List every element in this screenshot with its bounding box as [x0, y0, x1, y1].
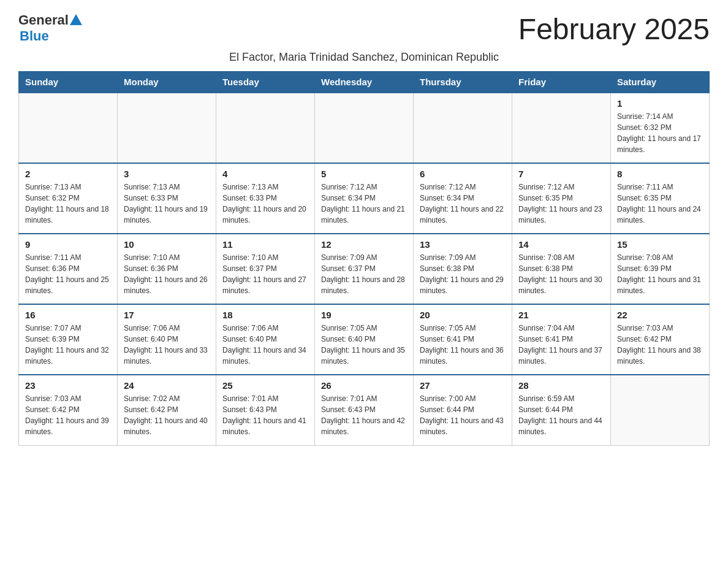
day-cell: [118, 93, 216, 163]
week-row-3: 9Sunrise: 7:11 AM Sunset: 6:36 PM Daylig…: [19, 234, 710, 304]
day-cell: 1Sunrise: 7:14 AM Sunset: 6:32 PM Daylig…: [611, 93, 710, 163]
day-number: 15: [617, 239, 703, 250]
day-cell: 26Sunrise: 7:01 AM Sunset: 6:43 PM Dayli…: [315, 375, 414, 445]
day-cell: [414, 93, 512, 163]
day-cell: [611, 375, 710, 445]
day-number: 23: [25, 380, 111, 391]
weekday-header-sunday: Sunday: [19, 72, 118, 93]
day-cell: 15Sunrise: 7:08 AM Sunset: 6:39 PM Dayli…: [611, 234, 710, 304]
day-number: 28: [518, 380, 604, 391]
day-info: Sunrise: 7:14 AM Sunset: 6:32 PM Dayligh…: [617, 111, 703, 155]
month-title: February 2025: [518, 12, 710, 46]
logo-blue: Blue: [20, 28, 49, 44]
day-number: 7: [518, 169, 604, 179]
day-cell: [315, 93, 414, 163]
day-number: 17: [124, 310, 210, 320]
day-info: Sunrise: 7:04 AM Sunset: 6:41 PM Dayligh…: [518, 323, 604, 367]
logo-triangle-icon: [70, 14, 82, 25]
day-info: Sunrise: 7:06 AM Sunset: 6:40 PM Dayligh…: [124, 323, 210, 367]
day-info: Sunrise: 7:11 AM Sunset: 6:36 PM Dayligh…: [25, 252, 111, 296]
location-subtitle: El Factor, Maria Trinidad Sanchez, Domin…: [18, 51, 710, 64]
day-cell: 20Sunrise: 7:05 AM Sunset: 6:41 PM Dayli…: [414, 304, 512, 375]
day-cell: [19, 93, 118, 163]
day-number: 24: [124, 380, 210, 391]
day-info: Sunrise: 7:01 AM Sunset: 6:43 PM Dayligh…: [222, 393, 308, 437]
day-info: Sunrise: 7:06 AM Sunset: 6:40 PM Dayligh…: [222, 323, 308, 367]
day-cell: 17Sunrise: 7:06 AM Sunset: 6:40 PM Dayli…: [118, 304, 216, 375]
day-info: Sunrise: 7:12 AM Sunset: 6:34 PM Dayligh…: [321, 182, 407, 226]
day-info: Sunrise: 7:02 AM Sunset: 6:42 PM Dayligh…: [124, 393, 210, 437]
day-number: 16: [25, 310, 111, 320]
day-number: 6: [420, 169, 506, 179]
weekday-header-wednesday: Wednesday: [315, 72, 414, 93]
day-cell: [216, 93, 315, 163]
week-row-5: 23Sunrise: 7:03 AM Sunset: 6:42 PM Dayli…: [19, 375, 710, 445]
day-cell: 13Sunrise: 7:09 AM Sunset: 6:38 PM Dayli…: [414, 234, 512, 304]
day-number: 9: [25, 239, 111, 250]
day-info: Sunrise: 7:00 AM Sunset: 6:44 PM Dayligh…: [420, 393, 506, 437]
day-cell: 14Sunrise: 7:08 AM Sunset: 6:38 PM Dayli…: [512, 234, 611, 304]
day-cell: 11Sunrise: 7:10 AM Sunset: 6:37 PM Dayli…: [216, 234, 315, 304]
day-cell: [512, 93, 611, 163]
day-cell: 23Sunrise: 7:03 AM Sunset: 6:42 PM Dayli…: [19, 375, 118, 445]
day-cell: 28Sunrise: 6:59 AM Sunset: 6:44 PM Dayli…: [512, 375, 611, 445]
day-cell: 25Sunrise: 7:01 AM Sunset: 6:43 PM Dayli…: [216, 375, 315, 445]
day-info: Sunrise: 7:03 AM Sunset: 6:42 PM Dayligh…: [617, 323, 703, 367]
day-cell: 8Sunrise: 7:11 AM Sunset: 6:35 PM Daylig…: [611, 163, 710, 234]
day-cell: 6Sunrise: 7:12 AM Sunset: 6:34 PM Daylig…: [414, 163, 512, 234]
weekday-header-row: SundayMondayTuesdayWednesdayThursdayFrid…: [19, 72, 710, 93]
day-cell: 2Sunrise: 7:13 AM Sunset: 6:32 PM Daylig…: [19, 163, 118, 234]
day-info: Sunrise: 7:05 AM Sunset: 6:40 PM Dayligh…: [321, 323, 407, 367]
day-number: 21: [518, 310, 604, 320]
day-number: 11: [222, 239, 308, 250]
day-info: Sunrise: 7:01 AM Sunset: 6:43 PM Dayligh…: [321, 393, 407, 437]
day-cell: 9Sunrise: 7:11 AM Sunset: 6:36 PM Daylig…: [19, 234, 118, 304]
day-number: 27: [420, 380, 506, 391]
day-info: Sunrise: 7:05 AM Sunset: 6:41 PM Dayligh…: [420, 323, 506, 367]
day-info: Sunrise: 7:13 AM Sunset: 6:33 PM Dayligh…: [124, 182, 210, 226]
day-number: 19: [321, 310, 407, 320]
day-cell: 5Sunrise: 7:12 AM Sunset: 6:34 PM Daylig…: [315, 163, 414, 234]
day-number: 2: [25, 169, 111, 179]
day-number: 5: [321, 169, 407, 179]
day-info: Sunrise: 6:59 AM Sunset: 6:44 PM Dayligh…: [518, 393, 604, 437]
day-info: Sunrise: 7:08 AM Sunset: 6:39 PM Dayligh…: [617, 252, 703, 296]
week-row-1: 1Sunrise: 7:14 AM Sunset: 6:32 PM Daylig…: [19, 93, 710, 163]
day-info: Sunrise: 7:09 AM Sunset: 6:38 PM Dayligh…: [420, 252, 506, 296]
page-header: General Blue February 2025: [18, 12, 710, 46]
day-number: 26: [321, 380, 407, 391]
weekday-header-saturday: Saturday: [611, 72, 710, 93]
day-info: Sunrise: 7:10 AM Sunset: 6:37 PM Dayligh…: [222, 252, 308, 296]
day-cell: 18Sunrise: 7:06 AM Sunset: 6:40 PM Dayli…: [216, 304, 315, 375]
weekday-header-thursday: Thursday: [414, 72, 512, 93]
weekday-header-tuesday: Tuesday: [216, 72, 315, 93]
day-info: Sunrise: 7:12 AM Sunset: 6:34 PM Dayligh…: [420, 182, 506, 226]
day-info: Sunrise: 7:13 AM Sunset: 6:33 PM Dayligh…: [222, 182, 308, 226]
day-info: Sunrise: 7:08 AM Sunset: 6:38 PM Dayligh…: [518, 252, 604, 296]
day-cell: 27Sunrise: 7:00 AM Sunset: 6:44 PM Dayli…: [414, 375, 512, 445]
day-number: 10: [124, 239, 210, 250]
day-info: Sunrise: 7:10 AM Sunset: 6:36 PM Dayligh…: [124, 252, 210, 296]
day-number: 20: [420, 310, 506, 320]
logo-general: General: [18, 12, 69, 28]
day-cell: 22Sunrise: 7:03 AM Sunset: 6:42 PM Dayli…: [611, 304, 710, 375]
day-info: Sunrise: 7:07 AM Sunset: 6:39 PM Dayligh…: [25, 323, 111, 367]
calendar-table: SundayMondayTuesdayWednesdayThursdayFrid…: [18, 71, 710, 446]
day-number: 8: [617, 169, 703, 179]
week-row-2: 2Sunrise: 7:13 AM Sunset: 6:32 PM Daylig…: [19, 163, 710, 234]
weekday-header-monday: Monday: [118, 72, 216, 93]
day-info: Sunrise: 7:11 AM Sunset: 6:35 PM Dayligh…: [617, 182, 703, 226]
day-number: 18: [222, 310, 308, 320]
day-number: 13: [420, 239, 506, 250]
day-number: 3: [124, 169, 210, 179]
day-info: Sunrise: 7:09 AM Sunset: 6:37 PM Dayligh…: [321, 252, 407, 296]
day-number: 1: [617, 98, 703, 109]
day-number: 4: [222, 169, 308, 179]
day-cell: 3Sunrise: 7:13 AM Sunset: 6:33 PM Daylig…: [118, 163, 216, 234]
day-info: Sunrise: 7:03 AM Sunset: 6:42 PM Dayligh…: [25, 393, 111, 437]
day-number: 12: [321, 239, 407, 250]
day-info: Sunrise: 7:12 AM Sunset: 6:35 PM Dayligh…: [518, 182, 604, 226]
weekday-header-friday: Friday: [512, 72, 611, 93]
day-cell: 21Sunrise: 7:04 AM Sunset: 6:41 PM Dayli…: [512, 304, 611, 375]
day-cell: 16Sunrise: 7:07 AM Sunset: 6:39 PM Dayli…: [19, 304, 118, 375]
